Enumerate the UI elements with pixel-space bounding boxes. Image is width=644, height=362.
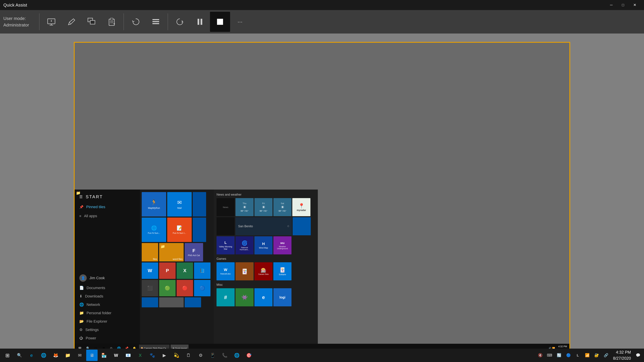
mail-tile[interactable]: ✉ Mail (167, 192, 192, 217)
green-app-tile[interactable]: 🟢 (159, 280, 176, 296)
myradar-tile[interactable]: 📍 myradar (292, 198, 310, 216)
host-link-icon[interactable]: 🔗 (602, 350, 610, 361)
host-sync-icon[interactable]: 🔄 (554, 350, 563, 361)
host-firefox-btn[interactable]: 🦊 (50, 350, 62, 361)
network-item[interactable]: 🌐 Network (75, 301, 140, 309)
host-mail-btn[interactable]: ✉ (74, 350, 86, 361)
excel-tile[interactable]: X (176, 263, 193, 279)
tile-partial-2 (159, 297, 184, 307)
reload-btn[interactable] (170, 12, 190, 32)
host-app2-btn[interactable]: ▶ (159, 350, 170, 361)
personal-folder-item[interactable]: 📁 Personal folder (75, 309, 140, 317)
jim-cook-item[interactable]: 👤 Jim Cook (75, 272, 140, 284)
host-date: 8/27/2020 (613, 355, 631, 361)
minimize-button[interactable]: ─ (606, 0, 617, 10)
screen-btn[interactable] (41, 12, 62, 32)
thu-weather-tile[interactable]: Thu ☀ 99° / 91° (236, 198, 254, 216)
host-vpn-icon[interactable]: 🔐 (592, 350, 601, 361)
news-dark-tile[interactable]: News (216, 198, 234, 216)
host-rdp-btn[interactable]: 🖥 (86, 350, 98, 361)
host-outlook-btn[interactable]: 📧 (122, 350, 134, 361)
host-msn-btn[interactable]: 🌐 (231, 350, 242, 361)
ppt-tile[interactable]: P (159, 263, 176, 279)
file-explorer-item[interactable]: 📂 File Explorer (75, 317, 140, 326)
host-keyboard-icon[interactable]: ⌨ (545, 350, 554, 361)
host-app3-btn[interactable]: 🗒 (183, 350, 194, 361)
host-search-btn[interactable]: 🔍 (14, 350, 25, 361)
host-app4-btn[interactable]: 🎯 (243, 350, 254, 361)
blue-app-tile[interactable]: 🔵 (194, 280, 210, 296)
files-tile[interactable]: 📁 files (142, 243, 158, 261)
host-word-btn[interactable]: W (110, 350, 122, 361)
red-app-tile[interactable]: 🔴 (176, 280, 193, 296)
onenote-tile[interactable]: 📘 (194, 263, 210, 279)
pinned-tiles-nav[interactable]: 📌 Pinned tiles (75, 202, 140, 212)
misc-face-tile[interactable]: 👾 (236, 288, 254, 306)
san-benito-tile[interactable]: San Benito © (236, 217, 292, 235)
fun-n-sun-1-tile[interactable]: 🌐 Fun N Sun... (142, 218, 166, 242)
host-chrome-btn[interactable]: 🌐 (38, 350, 49, 361)
sat-label: Sat (281, 202, 284, 205)
weather-underground-tile[interactable]: wu Weather Underground (273, 236, 292, 254)
start-title: START (86, 194, 103, 199)
menu-btn[interactable] (146, 12, 166, 32)
downloads-item[interactable]: ⬇ Downloads (75, 292, 140, 301)
fns-act-cal-tile[interactable]: F FNS Act Cal (185, 243, 203, 261)
host-bluetooth-icon[interactable]: 🔵 (564, 350, 573, 361)
host-skype-btn[interactable]: 📞 (219, 350, 230, 361)
wind-map-tile[interactable]: H Wind Map (254, 236, 272, 254)
hurricane-label: National Hurricane... (237, 247, 252, 251)
host-store-btn[interactable]: 🏪 (98, 350, 110, 361)
maximize-button[interactable]: □ (617, 0, 629, 10)
host-notification-icon[interactable]: 💬 (634, 350, 642, 361)
misc-hash-tile[interactable]: # (216, 288, 234, 306)
host-explorer-btn[interactable]: 📁 (62, 350, 74, 361)
aces-tile[interactable]: 🃏 (236, 262, 254, 280)
annotate-btn[interactable] (62, 12, 82, 32)
news-2-tile[interactable] (216, 217, 234, 235)
svg-line-5 (70, 22, 71, 24)
mapmyrun-tile[interactable]: 🏃 MapMyRun (142, 192, 166, 217)
window-select-btn[interactable] (82, 12, 102, 32)
svg-rect-7 (90, 20, 95, 24)
refresh-btn[interactable] (126, 12, 146, 32)
sat-weather-tile[interactable]: Sat ☀ 98° / 91° (273, 198, 292, 216)
host-app1-btn[interactable]: 🐾 (146, 350, 158, 361)
close-button[interactable]: ✕ (629, 0, 641, 10)
host-edge-btn[interactable]: e (26, 350, 37, 361)
fri-weather-tile[interactable]: Fri ☀ 98° / 91° (254, 198, 272, 216)
settings-item[interactable]: ⚙ Settings (75, 326, 140, 334)
calculator-tile[interactable]: ⬛ (142, 280, 158, 296)
host-start-btn[interactable]: ⊞ (2, 350, 13, 361)
host-wifi-icon[interactable]: 📶 (583, 350, 592, 361)
stop-btn[interactable] (210, 12, 230, 32)
host-volume-icon[interactable]: 🔇 (536, 350, 544, 361)
pinned-icon: 📌 (79, 205, 84, 209)
valley-morning-star-tile[interactable]: L Valley Morning Star (216, 236, 234, 254)
host-device-btn[interactable]: 📱 (207, 350, 218, 361)
more-btn[interactable]: ⋯ (230, 12, 250, 32)
word-tile[interactable]: W (142, 263, 158, 279)
host-excel-btn[interactable]: X (134, 350, 146, 361)
fun-n-sun-2-tile[interactable]: 📝 Fun N Sun I... (167, 218, 192, 242)
freecell-tile[interactable]: W freecell.doc (216, 262, 234, 280)
host-cortana-btn[interactable]: 💫 (171, 350, 182, 361)
national-hurricane-tile[interactable]: 🌀 National Hurricane... (236, 236, 254, 254)
documents-item[interactable]: 📄 Documents (75, 284, 140, 292)
misc-logi-tile[interactable]: logi (273, 288, 292, 306)
remote-time: 4:32 PM (556, 345, 567, 348)
clipboard-btn[interactable] (102, 12, 122, 32)
user-mode-label: User mode: (3, 15, 29, 22)
host-logitech-icon[interactable]: L (574, 350, 582, 361)
caesars-slots-tile[interactable]: 🎰 Caesars Slots (254, 262, 272, 280)
word-files-tile[interactable]: 📁 word files (159, 243, 184, 261)
solitaire-tile[interactable]: 🃏 Solitaire (273, 262, 292, 280)
misc-edge-tile[interactable]: e (254, 288, 272, 306)
slots-label: Caesars Slots (258, 273, 269, 275)
power-item[interactable]: ⏻ Power (75, 334, 140, 343)
pause-btn[interactable] (190, 12, 210, 32)
tiles-row-5: ⬛ 🟢 🔴 🔵 (142, 280, 212, 296)
host-settings-btn[interactable]: ⚙ (195, 350, 206, 361)
svg-rect-16 (200, 19, 202, 25)
all-apps-nav[interactable]: ≡ All apps (75, 212, 140, 221)
